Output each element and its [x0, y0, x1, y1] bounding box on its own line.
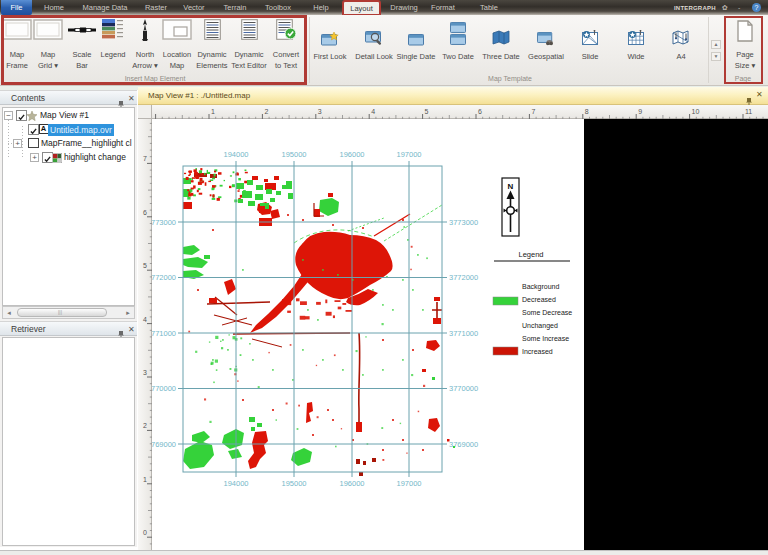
svg-text:3769000: 3769000 — [152, 440, 176, 449]
svg-text:5: 5 — [425, 108, 429, 115]
svg-text:6: 6 — [478, 108, 482, 115]
svg-text:7: 7 — [531, 108, 535, 115]
svg-text:11: 11 — [745, 108, 752, 115]
svg-text:2: 2 — [143, 422, 147, 429]
svg-text:4: 4 — [143, 316, 147, 323]
svg-text:3: 3 — [318, 108, 322, 115]
svg-text:3770000: 3770000 — [449, 384, 478, 393]
svg-text:196000: 196000 — [339, 479, 364, 488]
svg-text:5: 5 — [143, 262, 147, 269]
svg-text:0: 0 — [143, 529, 147, 536]
svg-text:2: 2 — [264, 108, 268, 115]
svg-text:3772000: 3772000 — [449, 273, 478, 282]
svg-text:7: 7 — [143, 155, 147, 162]
svg-text:3772000: 3772000 — [152, 273, 176, 282]
svg-text:197000: 197000 — [396, 150, 421, 159]
svg-text:Background: Background — [522, 283, 559, 291]
svg-text:Increased: Increased — [522, 348, 553, 355]
svg-text:10: 10 — [692, 108, 700, 115]
svg-text:3770000: 3770000 — [152, 384, 176, 393]
svg-text:197000: 197000 — [396, 479, 421, 488]
svg-text:3: 3 — [143, 369, 147, 376]
svg-text:6: 6 — [143, 209, 147, 216]
svg-text:Some Decrease: Some Decrease — [522, 309, 572, 316]
svg-text:194000: 194000 — [223, 150, 248, 159]
svg-text:196000: 196000 — [339, 150, 364, 159]
svg-text:3773000: 3773000 — [449, 218, 478, 227]
svg-text:1: 1 — [211, 108, 215, 115]
svg-text:3771000: 3771000 — [449, 329, 478, 338]
svg-text:3771000: 3771000 — [152, 329, 176, 338]
svg-text:1: 1 — [143, 476, 147, 483]
svg-text:4: 4 — [371, 108, 375, 115]
svg-text:194000: 194000 — [223, 479, 248, 488]
svg-text:195000: 195000 — [281, 150, 306, 159]
svg-text:Unchanged: Unchanged — [522, 322, 558, 330]
svg-text:Decreased: Decreased — [522, 296, 556, 303]
svg-text:195000: 195000 — [281, 479, 306, 488]
svg-text:N: N — [508, 182, 514, 191]
svg-text:8: 8 — [585, 108, 589, 115]
svg-text:9: 9 — [638, 108, 642, 115]
svg-text:3773000: 3773000 — [152, 218, 176, 227]
svg-text:Some Increase: Some Increase — [522, 335, 569, 342]
svg-text:Legend: Legend — [518, 250, 543, 259]
